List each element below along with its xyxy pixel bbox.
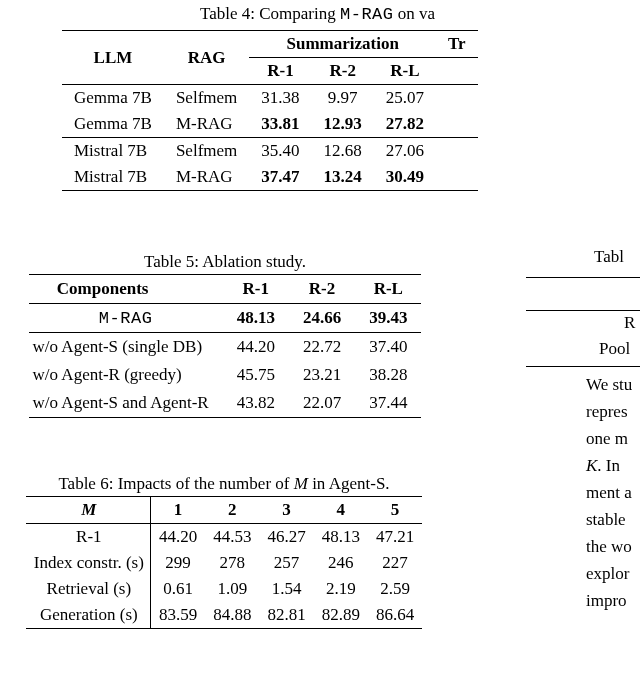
table6-header: M 1 2 3 4 5: [26, 497, 422, 524]
frag-rule: [526, 310, 640, 311]
table-row: Mistral 7B M-RAG 37.47 13.24 30.49: [62, 164, 478, 191]
frag-text: K. In: [586, 456, 620, 476]
frag-rule: [526, 277, 640, 278]
table-row: w/o Agent-S (single DB) 44.20 22.72 37.4…: [29, 333, 422, 362]
table4-caption: Table 4: Comparing M-RAG on va: [200, 4, 435, 24]
table6-table: M 1 2 3 4 5 R-1 44.20 44.53 46.27 48.13 …: [26, 496, 422, 629]
table4-caption-prefix: Table 4: Comparing: [200, 4, 340, 23]
cell-rl: 27.82: [374, 111, 436, 138]
table4-header-row1: LLM RAG Summarization Tr: [62, 31, 478, 58]
cell-v: 1.09: [205, 576, 259, 602]
cell-r2: 12.68: [312, 138, 374, 165]
table4-head-rag: RAG: [164, 31, 249, 85]
cell-rag: Selfmem: [164, 85, 249, 112]
table6-caption-suffix: in Agent-S.: [308, 474, 390, 493]
table6-head-3: 3: [259, 497, 313, 524]
cell-r1: 31.38: [249, 85, 311, 112]
cell-v: 86.64: [368, 602, 422, 629]
table4-head-summ: Summarization: [249, 31, 436, 58]
frag-text: stable: [586, 510, 626, 530]
table6-head-M: M: [26, 497, 151, 524]
frag-text: impro: [586, 591, 627, 611]
frag-text: ment a: [586, 483, 632, 503]
cell-extra: [436, 138, 478, 165]
table4-caption-suffix: on va: [394, 4, 436, 23]
cell-r2: 24.66: [289, 304, 355, 333]
cell-r2: 12.93: [312, 111, 374, 138]
cell-r1: 45.75: [223, 361, 289, 389]
cell-rl: 27.06: [374, 138, 436, 165]
cell-v: 82.89: [314, 602, 368, 629]
table6-head-5: 5: [368, 497, 422, 524]
cell-v: 46.27: [259, 524, 313, 551]
table4-head-tr: Tr: [436, 31, 478, 58]
cell-rl: 37.44: [355, 389, 421, 418]
cell-v: 83.59: [150, 602, 205, 629]
cell-comp: w/o Agent-S and Agent-R: [29, 389, 223, 418]
cell-v: 82.81: [259, 602, 313, 629]
frag-text: We stu: [586, 375, 632, 395]
table-row: R-1 44.20 44.53 46.27 48.13 47.21: [26, 524, 422, 551]
cell-r2: 9.97: [312, 85, 374, 112]
cell-v: 44.53: [205, 524, 259, 551]
table-row: w/o Agent-S and Agent-R 43.82 22.07 37.4…: [29, 389, 422, 418]
cell-r1: 44.20: [223, 333, 289, 362]
cell-r1: 35.40: [249, 138, 311, 165]
table-row: Retrieval (s) 0.61 1.09 1.54 2.19 2.59: [26, 576, 422, 602]
cell-v: 48.13: [314, 524, 368, 551]
table6: Table 6: Impacts of the number of M in A…: [4, 470, 444, 629]
cell-r2: 22.72: [289, 333, 355, 362]
cell-llm: Mistral 7B: [62, 138, 164, 165]
frag-text: one m: [586, 429, 628, 449]
table5-head-comp: Components: [29, 275, 223, 304]
cell-v: 278: [205, 550, 259, 576]
cell-v: 227: [368, 550, 422, 576]
cell-r1: 33.81: [249, 111, 311, 138]
cell-v: 1.54: [259, 576, 313, 602]
table-row: Mistral 7B Selfmem 35.40 12.68 27.06: [62, 138, 478, 165]
cell-rl: 37.40: [355, 333, 421, 362]
cell-r1: 43.82: [223, 389, 289, 418]
cell-v: 44.20: [150, 524, 205, 551]
frag-text: explor: [586, 564, 629, 584]
table-row: M-RAG 48.13 24.66 39.43: [29, 304, 422, 333]
cell-llm: Gemma 7B: [62, 85, 164, 112]
table6-caption: Table 6: Impacts of the number of M in A…: [4, 474, 444, 494]
cell-label: Retrieval (s): [26, 576, 151, 602]
table5-head-r1: R-1: [223, 275, 289, 304]
frag-table-caption: Tabl: [594, 247, 624, 267]
cell-v: 2.59: [368, 576, 422, 602]
cell-label: Index constr. (s): [26, 550, 151, 576]
table6-head-1: 1: [150, 497, 205, 524]
cell-rl: 25.07: [374, 85, 436, 112]
cell-comp: w/o Agent-R (greedy): [29, 361, 223, 389]
table-row: Gemma 7B Selfmem 31.38 9.97 25.07: [62, 85, 478, 112]
table4-sub-r2: R-2: [312, 58, 374, 85]
frag-rule: [526, 366, 640, 367]
table4-table: LLM RAG Summarization Tr R-1 R-2 R-L Gem…: [62, 30, 478, 191]
table-row: Index constr. (s) 299 278 257 246 227: [26, 550, 422, 576]
page: Table 4: Comparing M-RAG on va LLM RAG S…: [0, 0, 640, 679]
frag-text: repres: [586, 402, 628, 422]
table4-head-llm: LLM: [62, 31, 164, 85]
cell-comp: M-RAG: [29, 304, 223, 333]
table6-caption-prefix: Table 6: Impacts of the number of: [58, 474, 293, 493]
frag-row-pool: Pool: [599, 339, 630, 359]
cell-r1: 48.13: [223, 304, 289, 333]
cell-r2: 23.21: [289, 361, 355, 389]
table5: Table 5: Ablation study. Components R-1 …: [0, 248, 450, 418]
table4-sub-blank: [436, 58, 478, 85]
cell-r1: 37.47: [249, 164, 311, 191]
table5-table: Components R-1 R-2 R-L M-RAG 48.13 24.66…: [29, 274, 422, 418]
cell-extra: [436, 85, 478, 112]
table4-sub-r1: R-1: [249, 58, 311, 85]
cell-rl: 38.28: [355, 361, 421, 389]
table6-caption-M: M: [294, 474, 308, 493]
cell-r2: 22.07: [289, 389, 355, 418]
cell-v: 257: [259, 550, 313, 576]
cell-v: 2.19: [314, 576, 368, 602]
cell-v: 246: [314, 550, 368, 576]
table5-caption: Table 5: Ablation study.: [0, 252, 450, 272]
cell-v: 84.88: [205, 602, 259, 629]
table-row: Generation (s) 83.59 84.88 82.81 82.89 8…: [26, 602, 422, 629]
